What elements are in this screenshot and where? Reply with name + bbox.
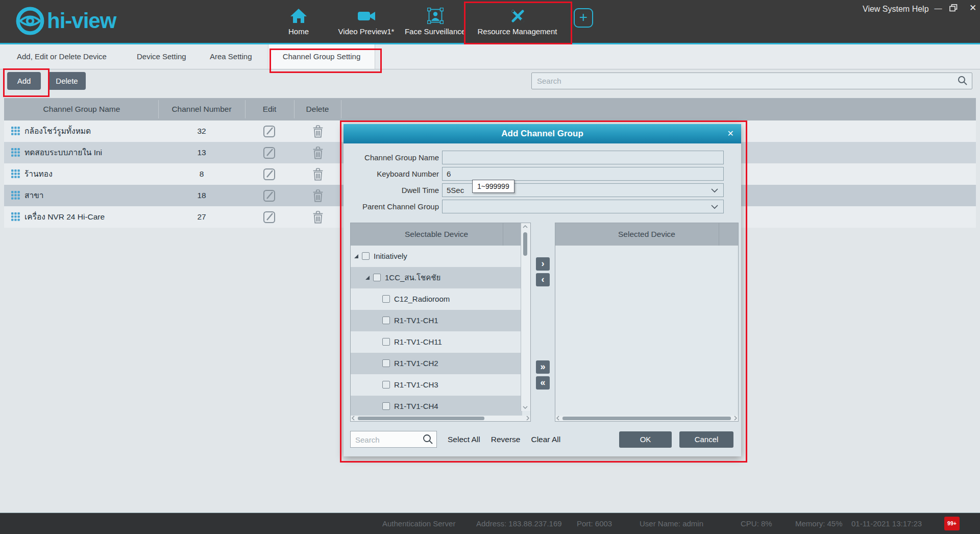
checkbox[interactable] bbox=[382, 359, 390, 367]
trash-icon[interactable] bbox=[311, 145, 325, 160]
scrollbar-thumb[interactable] bbox=[358, 417, 484, 420]
group-name: เครื่อง NVR 24 Hi-Care bbox=[24, 206, 105, 228]
tree-item-channel[interactable]: R1-TV1-CH4 bbox=[351, 396, 522, 417]
parent-channel-group-select[interactable] bbox=[442, 200, 724, 213]
dialog-close-icon[interactable]: ✕ bbox=[727, 124, 734, 143]
alarm-count-badge[interactable]: 99+ bbox=[944, 517, 960, 530]
tree-item-channel[interactable]: R1-TV1-CH1 bbox=[351, 310, 522, 331]
nav-item-home[interactable]: Home bbox=[278, 6, 319, 36]
parent-channel-group-value bbox=[443, 202, 447, 211]
group-search-input[interactable] bbox=[536, 73, 946, 89]
trash-icon[interactable] bbox=[311, 188, 325, 203]
top-navbar: hi-view Home Video Preview1* bbox=[0, 0, 980, 43]
expand-arrow-icon[interactable] bbox=[365, 276, 370, 280]
group-search-box bbox=[531, 72, 972, 89]
move-all-right-button[interactable]: » bbox=[536, 360, 550, 374]
move-right-button[interactable]: › bbox=[536, 257, 550, 271]
scroll-right-icon[interactable] bbox=[526, 416, 529, 421]
tab-device-setting[interactable]: Device Setting bbox=[137, 44, 186, 69]
dialog-title: Add Channel Group bbox=[344, 124, 741, 143]
cancel-button[interactable]: Cancel bbox=[679, 431, 733, 448]
nav-item-face-surveillance[interactable]: Face Surveillance bbox=[393, 6, 477, 36]
selectable-device-title: Selectable Device bbox=[405, 230, 468, 238]
checkbox[interactable] bbox=[382, 317, 390, 324]
tab-area-setting[interactable]: Area Setting bbox=[210, 44, 252, 69]
move-all-left-button[interactable]: « bbox=[536, 376, 550, 390]
nav-item-resource-management[interactable]: Resource Management bbox=[468, 6, 567, 36]
trash-icon[interactable] bbox=[311, 210, 325, 224]
settings-tabbar: Add, Edit or Delete Device Device Settin… bbox=[0, 44, 980, 69]
nav-label: Face Surveillance bbox=[393, 27, 477, 36]
trash-icon[interactable] bbox=[311, 124, 325, 138]
group-name: ร้านทอง bbox=[24, 163, 53, 185]
channel-group-name-field bbox=[442, 151, 724, 164]
tree-item-channel[interactable]: R1-TV1-CH2 bbox=[351, 353, 522, 374]
search-icon[interactable] bbox=[423, 434, 433, 445]
scroll-right-icon[interactable] bbox=[734, 416, 737, 421]
checkbox[interactable] bbox=[382, 402, 390, 410]
minimize-icon[interactable]: — bbox=[932, 2, 944, 14]
device-search-box bbox=[350, 431, 437, 448]
vertical-scrollbar[interactable] bbox=[521, 223, 530, 411]
checkbox[interactable] bbox=[362, 252, 370, 260]
keyboard-number-input[interactable] bbox=[443, 167, 723, 180]
tree-label: R1-TV1-CH11 bbox=[394, 331, 442, 353]
tree-item-device-group[interactable]: 1CC_สน.โชคชัย bbox=[351, 267, 522, 288]
group-grid-icon bbox=[11, 169, 20, 178]
search-icon[interactable] bbox=[958, 76, 968, 86]
nav-label: Resource Management bbox=[468, 27, 567, 36]
logo-text: hi-view bbox=[47, 9, 116, 33]
edit-icon[interactable] bbox=[262, 145, 277, 160]
add-channel-group-dialog: Add Channel Group ✕ Channel Group Name K… bbox=[344, 124, 741, 456]
help-menu[interactable]: View System Help bbox=[863, 5, 929, 14]
reverse-link[interactable]: Reverse bbox=[491, 435, 521, 444]
tree-item-channel[interactable]: R1-TV1-CH3 bbox=[351, 374, 522, 396]
status-port: Port: 6003 bbox=[577, 513, 612, 534]
channel-count: 32 bbox=[158, 120, 245, 142]
add-tab-button[interactable]: + bbox=[574, 8, 593, 28]
edit-icon[interactable] bbox=[262, 210, 277, 224]
ok-button[interactable]: OK bbox=[619, 431, 672, 448]
delete-button[interactable]: Delete bbox=[48, 72, 86, 90]
edit-icon[interactable] bbox=[262, 167, 277, 181]
tree-item-initiatively[interactable]: Initiatively bbox=[351, 246, 522, 267]
checkbox[interactable] bbox=[382, 295, 390, 303]
trash-icon[interactable] bbox=[311, 167, 325, 181]
add-button[interactable]: Add bbox=[7, 72, 41, 90]
device-search-input[interactable] bbox=[354, 431, 420, 448]
chevron-down-icon bbox=[711, 188, 718, 193]
edit-icon[interactable] bbox=[262, 188, 277, 203]
selectable-device-panel: Selectable Device Initiatively 1CC_สน.โช… bbox=[350, 223, 531, 422]
checkbox[interactable] bbox=[382, 338, 390, 346]
group-name: ทดสอบระบบภายใน Ini bbox=[24, 142, 102, 163]
scroll-up-icon[interactable] bbox=[523, 225, 528, 228]
expand-arrow-icon[interactable] bbox=[354, 254, 359, 259]
scrollbar-thumb[interactable] bbox=[562, 417, 731, 420]
column-channel-number: Channel Number bbox=[172, 98, 231, 120]
checkbox[interactable] bbox=[373, 274, 381, 281]
tab-add-edit-delete-device[interactable]: Add, Edit or Delete Device bbox=[17, 44, 107, 69]
close-icon[interactable]: ✕ bbox=[967, 2, 979, 14]
scroll-left-icon[interactable] bbox=[556, 416, 559, 421]
edit-icon[interactable] bbox=[262, 124, 277, 138]
channel-group-name-input[interactable] bbox=[443, 151, 723, 164]
checkbox[interactable] bbox=[382, 381, 390, 389]
field-label-keyboard-number: Keyboard Number bbox=[344, 167, 439, 181]
restore-icon[interactable] bbox=[949, 4, 962, 16]
scroll-left-icon[interactable] bbox=[352, 416, 355, 421]
horizontal-scrollbar[interactable] bbox=[351, 416, 530, 421]
scroll-down-icon[interactable] bbox=[523, 406, 528, 409]
field-label-dwell-time: Dwell Time bbox=[344, 183, 439, 197]
tree-label: R1-TV1-CH2 bbox=[394, 353, 438, 374]
horizontal-scrollbar[interactable] bbox=[555, 416, 738, 421]
tab-channel-group-setting[interactable]: Channel Group Setting bbox=[268, 44, 375, 69]
channel-count: 13 bbox=[158, 142, 245, 163]
move-left-button[interactable]: ‹ bbox=[536, 273, 550, 286]
scrollbar-thumb[interactable] bbox=[523, 232, 527, 256]
clear-all-link[interactable]: Clear All bbox=[531, 435, 560, 444]
tree-item-channel[interactable]: R1-TV1-CH11 bbox=[351, 331, 522, 353]
tree-item-channel[interactable]: C12_Radioroom bbox=[351, 288, 522, 310]
tree-label: 1CC_สน.โชคชัย bbox=[385, 267, 440, 288]
select-all-link[interactable]: Select All bbox=[448, 435, 480, 444]
channel-count: 18 bbox=[158, 185, 245, 206]
